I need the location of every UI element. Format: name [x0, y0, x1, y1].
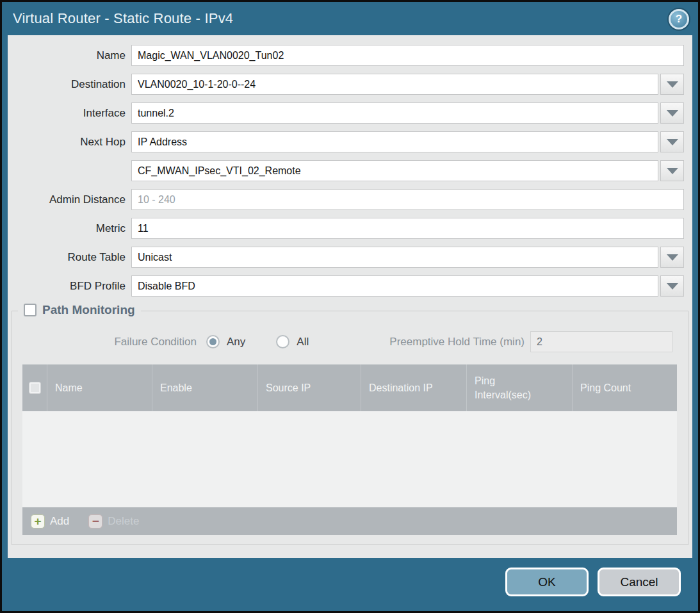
cancel-button[interactable]: Cancel	[598, 568, 681, 596]
destination-input[interactable]	[131, 74, 658, 95]
failure-condition-label: Failure Condition	[12, 336, 197, 348]
next-hop-address-row	[8, 160, 684, 181]
delete-button[interactable]: − Delete	[88, 514, 139, 528]
route-table-label: Route Table	[8, 251, 131, 264]
failure-condition-any-label: Any	[227, 336, 245, 348]
table-toolbar: + Add − Delete	[22, 507, 677, 535]
route-table-input[interactable]	[131, 247, 658, 268]
column-header-enable[interactable]: Enable	[152, 364, 257, 411]
column-header-destination-ip[interactable]: Destination IP	[361, 364, 466, 411]
admin-distance-input[interactable]	[131, 189, 684, 210]
next-hop-dropdown-button[interactable]	[660, 131, 684, 152]
next-hop-row: Next Hop	[8, 131, 684, 152]
bfd-profile-input[interactable]	[131, 275, 658, 297]
next-hop-address-input[interactable]	[131, 160, 658, 181]
chevron-down-icon	[667, 283, 678, 290]
destination-label: Destination	[8, 78, 131, 91]
path-monitoring-section: Path Monitoring Failure Condition Any Al…	[12, 311, 688, 545]
preemptive-hold-time-input[interactable]	[530, 331, 672, 352]
add-button-label: Add	[50, 515, 69, 528]
name-row: Name	[8, 45, 684, 66]
radio-dot	[209, 338, 216, 345]
route-table-row: Route Table	[8, 247, 684, 268]
path-monitoring-legend: Path Monitoring	[18, 303, 141, 317]
delete-minus-icon: −	[88, 514, 102, 528]
path-monitoring-checkbox[interactable]	[24, 304, 37, 316]
next-hop-type-input[interactable]	[131, 131, 658, 152]
chevron-down-icon	[667, 254, 678, 261]
metric-input[interactable]	[131, 218, 684, 239]
admin-distance-row: Admin Distance	[8, 189, 684, 210]
name-label: Name	[8, 49, 131, 62]
interface-input[interactable]	[131, 102, 658, 124]
route-table-dropdown-button[interactable]	[660, 247, 684, 268]
table-body-empty	[22, 411, 677, 507]
column-header-ping-interval[interactable]: Ping Interval(sec)	[466, 364, 572, 411]
destination-dropdown-button[interactable]	[660, 74, 684, 95]
failure-condition-any-radio[interactable]	[206, 335, 220, 348]
interface-label: Interface	[8, 107, 131, 120]
column-header-ping-count[interactable]: Ping Count	[572, 364, 677, 411]
select-all-checkbox[interactable]	[29, 382, 41, 394]
bfd-profile-label: BFD Profile	[8, 280, 131, 293]
next-hop-address-dropdown-button[interactable]	[660, 160, 684, 181]
help-icon[interactable]: ?	[669, 9, 689, 29]
failure-condition-all-radio[interactable]	[276, 335, 289, 348]
path-monitoring-title: Path Monitoring	[42, 303, 135, 317]
static-route-dialog: Virtual Router - Static Route - IPv4 ? N…	[0, 0, 700, 613]
ok-button[interactable]: OK	[505, 568, 589, 596]
preemptive-hold-time-group: Preemptive Hold Time (min)	[389, 331, 688, 352]
metric-row: Metric	[8, 218, 684, 239]
interface-row: Interface	[8, 102, 684, 124]
chevron-down-icon	[667, 110, 678, 117]
chevron-down-icon	[667, 139, 678, 145]
delete-button-label: Delete	[108, 515, 139, 528]
failure-condition-all-label: All	[297, 336, 309, 348]
destination-row: Destination	[8, 74, 684, 95]
path-monitoring-table: Name Enable Source IP Destination IP Pin…	[22, 364, 677, 535]
dialog-footer: OK Cancel	[505, 568, 681, 596]
column-header-source-ip[interactable]: Source IP	[257, 364, 361, 411]
add-plus-icon: +	[31, 514, 45, 528]
bfd-profile-dropdown-button[interactable]	[660, 275, 684, 297]
chevron-down-icon	[667, 168, 678, 174]
chevron-down-icon	[667, 81, 678, 88]
bfd-profile-row: BFD Profile	[8, 275, 684, 297]
preemptive-hold-time-label: Preemptive Hold Time (min)	[389, 336, 525, 348]
route-form: Name Destination Interface	[8, 35, 692, 297]
metric-label: Metric	[8, 222, 131, 235]
table-header-checkbox-cell	[22, 364, 47, 411]
dialog-title: Virtual Router - Static Route - IPv4	[13, 10, 233, 27]
dialog-body: Name Destination Interface	[8, 35, 692, 558]
table-header-row: Name Enable Source IP Destination IP Pin…	[22, 364, 677, 411]
name-input[interactable]	[131, 45, 684, 66]
radio-dot	[279, 338, 286, 345]
interface-dropdown-button[interactable]	[660, 102, 684, 124]
column-header-name[interactable]: Name	[47, 364, 152, 411]
admin-distance-label: Admin Distance	[8, 193, 131, 206]
next-hop-label: Next Hop	[8, 136, 131, 149]
add-button[interactable]: + Add	[31, 514, 69, 528]
failure-condition-row: Failure Condition Any All Preemptive Hol…	[12, 331, 688, 352]
